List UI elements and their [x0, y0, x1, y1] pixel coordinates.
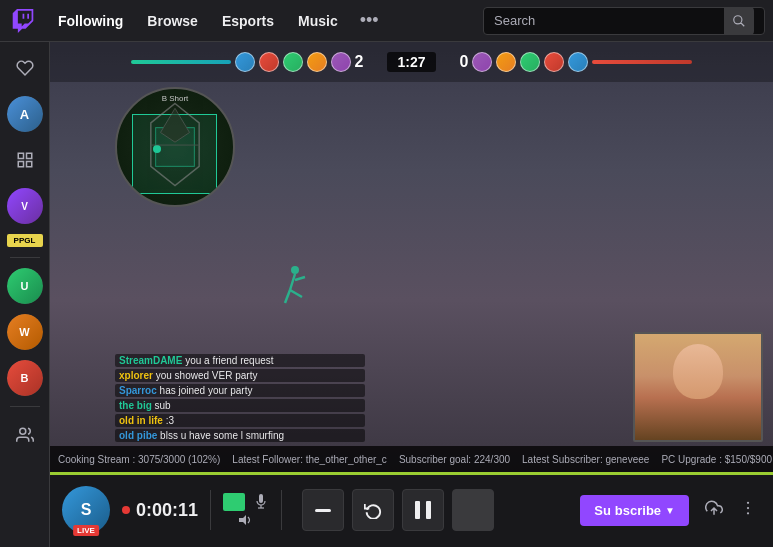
hud-team-right: 0: [452, 52, 701, 72]
chat-messages: StreamDAME you a friend request xplorer …: [115, 354, 365, 442]
webcam-person: [635, 334, 761, 440]
player-10: [568, 52, 588, 72]
svg-marker-17: [239, 515, 246, 525]
avatar-1: U: [7, 268, 43, 304]
svg-rect-14: [259, 494, 263, 503]
chat-user-1: StreamDAME: [119, 355, 182, 366]
pause-button[interactable]: [402, 489, 444, 531]
nav-following[interactable]: Following: [48, 7, 133, 35]
nav-more[interactable]: •••: [352, 6, 387, 35]
avatar-2: W: [7, 314, 43, 350]
webcam-overlay: [633, 332, 763, 442]
sidebar-icon-heart[interactable]: [7, 50, 43, 86]
upload-button[interactable]: [701, 495, 727, 525]
svg-line-11: [285, 290, 290, 303]
nav-esports[interactable]: Esports: [212, 7, 284, 35]
nav-browse[interactable]: Browse: [137, 7, 208, 35]
svg-rect-18: [315, 509, 331, 512]
svg-point-4: [19, 428, 25, 434]
player-9: [544, 52, 564, 72]
hud-timer: 1:27: [387, 52, 435, 72]
chevron-down-icon: ▼: [665, 505, 675, 516]
timer-display: 0:00:11: [122, 500, 198, 521]
team-bar-left: [131, 60, 231, 64]
controls-divider-1: [210, 490, 211, 530]
avatar-3: B: [7, 360, 43, 396]
volume-icon: [239, 515, 253, 527]
stop-button[interactable]: [452, 489, 494, 531]
webcam-head: [673, 344, 723, 399]
sidebar-avatar-user[interactable]: A: [7, 96, 43, 132]
svg-rect-20: [426, 501, 431, 519]
sidebar-icon-browse[interactable]: [7, 142, 43, 178]
minimap: B Short: [115, 87, 235, 207]
more-options-button[interactable]: [735, 495, 761, 525]
chat-msg-2: xplorer you showed VER party: [115, 369, 365, 382]
svg-rect-2: [18, 162, 23, 167]
player-4: [307, 52, 327, 72]
minus-button[interactable]: [302, 489, 344, 531]
player-6: [472, 52, 492, 72]
status-follower: Latest Follower: the_other_other_c: [232, 454, 387, 465]
chat-msg-1: StreamDAME you a friend request: [115, 354, 365, 367]
ctrl-buttons: [302, 489, 494, 531]
search-bar: [483, 7, 765, 35]
chat-msg-3: Sparroc has joined your party: [115, 384, 365, 397]
top-nav: Following Browse Esports Music •••: [0, 0, 773, 42]
chat-user-3: Sparroc: [119, 385, 157, 396]
controls-bar: S LIVE 0:00:11: [50, 472, 773, 547]
svg-rect-3: [26, 162, 31, 167]
player-5: [331, 52, 351, 72]
search-button[interactable]: [724, 7, 754, 35]
svg-rect-1: [26, 153, 31, 158]
twitch-logo[interactable]: [8, 6, 38, 36]
player-1: [235, 52, 255, 72]
subscribe-button[interactable]: Subscribe ▼: [580, 495, 689, 526]
svg-line-13: [295, 277, 305, 280]
chat-user-6: old pibe: [119, 430, 157, 441]
controls-divider-2: [281, 490, 282, 530]
team1-score: 2: [355, 53, 364, 71]
chat-msg-4: the big sub: [115, 399, 365, 412]
enc-top: [223, 493, 269, 511]
search-input[interactable]: [484, 13, 724, 28]
running-figure: [280, 265, 310, 312]
team2-score: 0: [460, 53, 469, 71]
sidebar-avatar-1[interactable]: U: [7, 268, 43, 304]
video-container: 2 1:27 0: [50, 42, 773, 472]
chat-user-5: old in life: [119, 415, 163, 426]
mic-icon: [253, 494, 269, 510]
game-hud: 2 1:27 0: [50, 42, 773, 82]
sidebar-avatar-3[interactable]: B: [7, 360, 43, 396]
sidebar-avatar-2[interactable]: W: [7, 314, 43, 350]
status-cooking: Cooking Stream : 3075/3000 (102%): [58, 454, 220, 465]
sidebar-icon-valorant[interactable]: V: [7, 188, 43, 224]
sidebar-divider: [10, 257, 40, 258]
encoding-indicator: [223, 493, 245, 511]
timer-dot: [122, 506, 130, 514]
chat-msg-6: old pibe blss u have some l smurfing: [115, 429, 365, 442]
status-pc-upgrade: PC Upgrade : $150/$900: [661, 454, 772, 465]
team-bar-right: [592, 60, 692, 64]
encoding-status: [223, 493, 269, 527]
sidebar-icon-friends[interactable]: [7, 417, 43, 453]
svg-point-24: [747, 512, 749, 514]
player-7: [496, 52, 516, 72]
sidebar: A V PPGL U W B: [0, 42, 50, 547]
subscribe-label-2: bscribe: [615, 503, 661, 518]
main-content: A V PPGL U W B: [0, 42, 773, 547]
streamer-avatar[interactable]: S LIVE: [62, 486, 110, 534]
svg-point-22: [747, 502, 749, 504]
ppgl-badge[interactable]: PPGL: [7, 234, 43, 247]
status-sub-goal: Subscriber goal: 224/300: [399, 454, 510, 465]
svg-rect-0: [18, 153, 23, 158]
chat-user-2: xplorer: [119, 370, 153, 381]
stream-status-bar: Cooking Stream : 3075/3000 (102%) Latest…: [50, 446, 773, 472]
player-8: [520, 52, 540, 72]
reset-button[interactable]: [352, 489, 394, 531]
live-badge: LIVE: [73, 525, 99, 536]
svg-rect-19: [415, 501, 420, 519]
nav-music[interactable]: Music: [288, 7, 348, 35]
subscribe-label: Su: [594, 503, 611, 518]
action-icons: [701, 495, 761, 525]
